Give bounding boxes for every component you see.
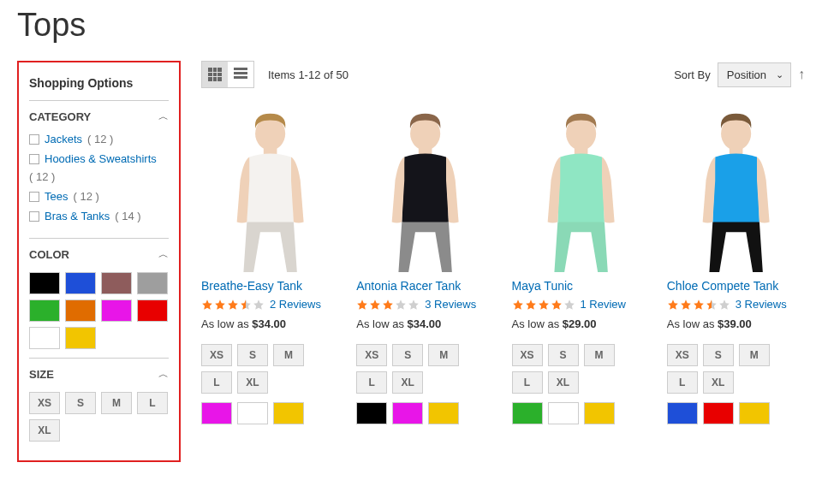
product-name[interactable]: Breathe-Easy Tank <box>201 279 339 293</box>
product-sizes: XSSMLXL <box>512 344 650 394</box>
star-icon <box>214 299 226 311</box>
reviews-link[interactable]: 3 Reviews <box>425 298 476 311</box>
color-option[interactable] <box>356 402 387 424</box>
filter-section-color: COLOR ︿ <box>29 238 169 358</box>
color-option[interactable] <box>428 402 459 424</box>
star-icon <box>253 299 265 311</box>
size-swatch[interactable]: S <box>65 392 96 414</box>
size-swatch[interactable]: L <box>137 392 168 414</box>
grid-icon <box>208 68 222 81</box>
size-swatch[interactable]: XS <box>29 392 60 414</box>
size-option[interactable]: M <box>273 344 304 366</box>
color-option[interactable] <box>512 402 543 424</box>
size-swatch[interactable]: XL <box>29 419 60 442</box>
checkbox-icon[interactable] <box>29 211 39 222</box>
view-mode-grid[interactable] <box>202 62 228 87</box>
product-card: Antonia Racer Tank3 ReviewsAs low as $34… <box>356 105 494 424</box>
size-swatches: XSSMLXL <box>29 392 169 442</box>
reviews-link[interactable]: 1 Review <box>581 298 626 311</box>
size-option[interactable]: S <box>237 344 268 366</box>
size-option[interactable]: XS <box>201 344 232 366</box>
product-rating: 1 Review <box>512 298 650 311</box>
size-option[interactable]: XS <box>356 344 387 366</box>
category-item[interactable]: Bras & Tanks( 14 ) <box>29 210 169 222</box>
product-card: Maya Tunic1 ReviewAs low as $29.00XSSMLX… <box>512 105 650 424</box>
size-option[interactable]: S <box>703 344 734 366</box>
size-option[interactable]: M <box>428 344 459 366</box>
product-sizes: XSSMLXL <box>201 344 339 394</box>
size-option[interactable]: XS <box>667 344 698 366</box>
product-image[interactable] <box>512 105 650 272</box>
color-swatch[interactable] <box>65 299 96 322</box>
color-swatch[interactable] <box>65 327 96 349</box>
size-option[interactable]: S <box>392 344 423 366</box>
color-option[interactable] <box>548 402 579 424</box>
star-icon <box>408 299 420 311</box>
checkbox-icon[interactable] <box>29 154 39 164</box>
reviews-link[interactable]: 3 Reviews <box>736 298 787 311</box>
size-option[interactable]: XS <box>512 344 543 366</box>
size-option[interactable]: L <box>512 371 543 394</box>
checkbox-icon[interactable] <box>29 134 39 145</box>
product-name[interactable]: Maya Tunic <box>512 279 650 293</box>
color-swatch[interactable] <box>101 299 132 322</box>
product-name[interactable]: Antonia Racer Tank <box>356 279 494 293</box>
size-option[interactable]: XL <box>237 371 268 394</box>
star-icon <box>538 299 550 311</box>
view-mode-list[interactable] <box>228 62 253 87</box>
content-area: Items 1-12 of 50 Sort By Position ⌄ ↑ Br… <box>201 61 805 462</box>
category-label: Jackets <box>45 133 82 145</box>
color-option[interactable] <box>201 402 232 424</box>
color-option[interactable] <box>237 402 268 424</box>
color-swatch[interactable] <box>29 272 60 294</box>
category-count: ( 12 ) <box>29 170 55 183</box>
sort-direction-toggle[interactable]: ↑ <box>798 67 805 82</box>
color-swatch[interactable] <box>29 327 60 349</box>
product-colors <box>512 402 650 424</box>
product-image[interactable] <box>201 105 339 272</box>
color-option[interactable] <box>584 402 615 424</box>
filter-toggle-category[interactable]: CATEGORY ︿ <box>29 110 169 124</box>
filter-toggle-size[interactable]: SIZE ︿ <box>29 367 169 382</box>
color-swatch[interactable] <box>137 299 168 322</box>
size-swatch[interactable]: M <box>101 392 132 414</box>
size-option[interactable]: M <box>584 344 615 366</box>
size-option[interactable]: XL <box>392 371 423 394</box>
price-label: As low as <box>201 317 252 330</box>
color-option[interactable] <box>273 402 304 424</box>
filter-toggle-color[interactable]: COLOR ︿ <box>29 247 169 262</box>
category-item[interactable]: Tees( 12 ) <box>29 190 169 203</box>
color-swatch[interactable] <box>137 272 168 294</box>
product-image[interactable] <box>667 105 805 272</box>
size-option[interactable]: XL <box>548 371 579 394</box>
product-name[interactable]: Chloe Compete Tank <box>667 279 805 293</box>
size-option[interactable]: XL <box>703 371 734 394</box>
sort-select[interactable]: Position ⌄ <box>718 62 791 87</box>
category-item[interactable]: Jackets( 12 ) <box>29 133 169 145</box>
product-sizes: XSSMLXL <box>667 344 805 394</box>
filter-label: COLOR <box>29 248 69 261</box>
price-label: As low as <box>356 317 407 330</box>
checkbox-icon[interactable] <box>29 192 39 202</box>
color-option[interactable] <box>392 402 423 424</box>
sort-by-label: Sort By <box>674 68 711 81</box>
product-image[interactable] <box>356 105 494 272</box>
chevron-up-icon: ︿ <box>158 367 169 382</box>
size-option[interactable]: M <box>739 344 770 366</box>
color-swatch[interactable] <box>101 272 132 294</box>
color-swatch[interactable] <box>29 299 60 322</box>
size-option[interactable]: L <box>201 371 232 394</box>
color-option[interactable] <box>667 402 698 424</box>
reviews-link[interactable]: 2 Reviews <box>270 298 321 311</box>
color-swatch[interactable] <box>65 272 96 294</box>
category-item[interactable]: Hoodies & Sweatshirts( 12 ) <box>29 152 169 183</box>
size-option[interactable]: L <box>667 371 698 394</box>
price-box: As low as $29.00 <box>512 317 650 330</box>
stars-icon <box>667 299 730 311</box>
size-option[interactable]: L <box>356 371 387 394</box>
size-option[interactable]: S <box>548 344 579 366</box>
color-option[interactable] <box>703 402 734 424</box>
price-label: As low as <box>667 317 718 330</box>
color-option[interactable] <box>739 402 770 424</box>
product-rating: 3 Reviews <box>356 298 494 311</box>
